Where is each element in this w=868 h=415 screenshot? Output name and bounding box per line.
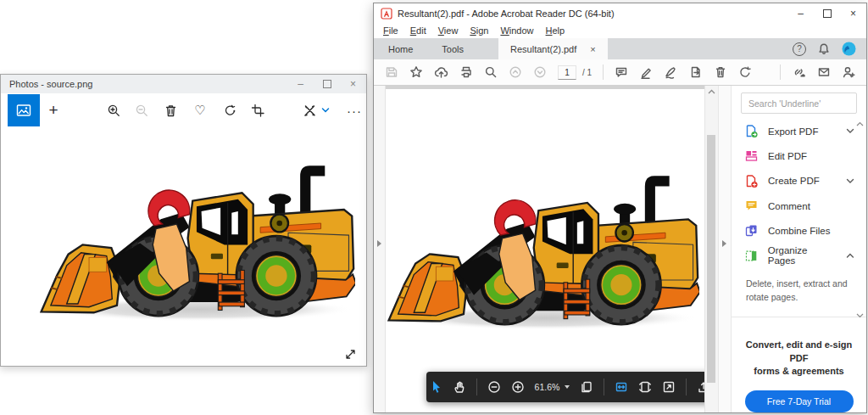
zoom-out-icon[interactable] (487, 380, 501, 394)
trash-icon (714, 65, 727, 79)
next-page-button[interactable] (533, 65, 547, 79)
save-button[interactable] (385, 65, 398, 79)
favorite-button[interactable]: ♡ (190, 100, 210, 121)
minimize-button[interactable]: – (287, 75, 314, 93)
zoom-in-button[interactable] (103, 100, 124, 121)
expand-right-pane-icon[interactable] (722, 240, 726, 247)
fit-page-icon[interactable] (638, 380, 652, 394)
email-button[interactable] (817, 65, 831, 79)
fit-width-icon[interactable] (615, 380, 628, 394)
menu-help[interactable]: Help (540, 25, 571, 36)
fullscreen-button[interactable] (344, 348, 357, 361)
share-cloud-button[interactable] (434, 65, 448, 79)
avatar[interactable] (842, 42, 856, 56)
pane-scroll-down-icon[interactable] (856, 313, 864, 318)
zoom-in-icon[interactable] (511, 380, 525, 394)
export-button[interactable] (689, 65, 703, 79)
previous-page-button[interactable] (509, 65, 522, 79)
expand-left-pane-icon[interactable] (377, 240, 381, 247)
comment-icon (615, 65, 628, 79)
tools-search-input[interactable] (741, 93, 857, 114)
tool-organize-pages[interactable]: Organize Pages (732, 243, 866, 267)
print-icon (459, 65, 473, 79)
rotate-button[interactable] (220, 100, 240, 121)
menu-edit[interactable]: Edit (404, 25, 432, 36)
scroll-up-icon[interactable] (708, 89, 715, 94)
acrobat-title-bar[interactable]: Resultant(2).pdf - Adobe Acrobat Reader … (374, 3, 866, 23)
tool-edit-pdf[interactable]: Edit PDF (732, 143, 866, 168)
page-thumbnails-icon[interactable] (580, 380, 593, 394)
delete-button[interactable] (714, 65, 727, 79)
menu-view[interactable]: View (432, 25, 465, 36)
delete-button[interactable] (160, 100, 181, 121)
edit-create-icon (303, 104, 317, 118)
edit-create-button[interactable] (299, 100, 320, 121)
menu-sign[interactable]: Sign (464, 25, 494, 36)
close-button[interactable]: × (340, 75, 366, 93)
zoom-out-button[interactable] (131, 100, 152, 121)
zoom-level-value: 61.6% (535, 382, 560, 392)
invite-people-button[interactable] (842, 65, 855, 79)
maximize-button[interactable] (314, 75, 340, 93)
highlight-button[interactable] (639, 65, 653, 79)
minimize-button[interactable]: – (787, 3, 814, 23)
tool-comment[interactable]: Comment (732, 193, 866, 218)
document-scrollbar[interactable] (704, 86, 718, 412)
link-cloud-icon (792, 65, 806, 79)
edit-create-dropdown[interactable] (319, 100, 332, 121)
comment-button[interactable] (615, 65, 628, 79)
acrobat-window-title: Resultant(2).pdf - Adobe Acrobat Reader … (398, 8, 615, 19)
right-pane-handle[interactable] (718, 86, 731, 412)
see-all-photos-button[interactable] (8, 94, 40, 126)
favorite-button[interactable] (409, 65, 423, 79)
help-button[interactable]: ? (793, 42, 806, 56)
hand-tool-icon[interactable] (453, 380, 466, 394)
print-button[interactable] (459, 65, 473, 79)
photos-window: Photos - source.png – × + (0, 74, 367, 367)
rotate-icon (223, 104, 237, 118)
scrollbar-thumb[interactable] (707, 135, 715, 383)
tab-close-button[interactable]: × (590, 44, 595, 54)
page-number-input[interactable]: 1 (558, 65, 576, 80)
menu-window[interactable]: Window (494, 25, 539, 36)
pane-scroll-up-icon[interactable] (856, 121, 864, 126)
toolbar-divider (476, 379, 477, 395)
photos-toolbar: + ♡ (1, 93, 366, 127)
left-nav-rail[interactable] (374, 86, 386, 412)
zoom-level-control[interactable]: 61.6% (535, 382, 570, 392)
more-button[interactable]: ··· (344, 100, 364, 121)
bell-icon[interactable] (817, 42, 831, 56)
search-button[interactable] (484, 65, 498, 79)
crop-button[interactable] (248, 100, 268, 121)
tool-export-pdf[interactable]: Export PDF (732, 119, 866, 143)
sign-pen-icon (664, 65, 678, 79)
maximize-button[interactable] (814, 3, 840, 23)
select-tool-icon[interactable] (430, 380, 442, 394)
sign-button[interactable] (664, 65, 678, 79)
tab-document-label: Resultant(2).pdf (510, 44, 576, 54)
organize-pages-description: Delete, insert, extract and rotate pages… (732, 268, 866, 305)
tab-document[interactable]: Resultant(2).pdf × (498, 38, 608, 59)
fullscreen-icon[interactable] (662, 380, 676, 394)
toolbar-divider (604, 379, 604, 395)
chevron-down-icon (846, 178, 854, 184)
tool-create-pdf[interactable]: Create PDF (732, 169, 866, 193)
acrobat-window: Resultant(2).pdf - Adobe Acrobat Reader … (373, 3, 867, 413)
share-upload-icon[interactable] (697, 380, 704, 394)
close-button[interactable]: × (840, 3, 866, 23)
share-link-button[interactable] (792, 65, 806, 79)
chevron-up-icon (846, 253, 854, 259)
tool-combine-files[interactable]: Combine Files (732, 218, 866, 243)
bulldozer-image (36, 155, 355, 331)
document-area[interactable]: 61.6% (386, 86, 704, 412)
chevron-down-icon (321, 107, 330, 114)
photos-title-bar[interactable]: Photos - source.png – × (1, 75, 366, 93)
tab-home[interactable]: Home (374, 38, 427, 59)
menu-file[interactable]: File (377, 25, 404, 36)
tab-tools[interactable]: Tools (427, 38, 478, 59)
tool-label: Edit PDF (768, 151, 807, 161)
rotate-button[interactable] (738, 65, 752, 79)
free-trial-button[interactable]: Free 7-Day Trial (745, 390, 854, 412)
photos-app-icon (16, 103, 31, 118)
add-to-button[interactable]: + (43, 100, 64, 121)
